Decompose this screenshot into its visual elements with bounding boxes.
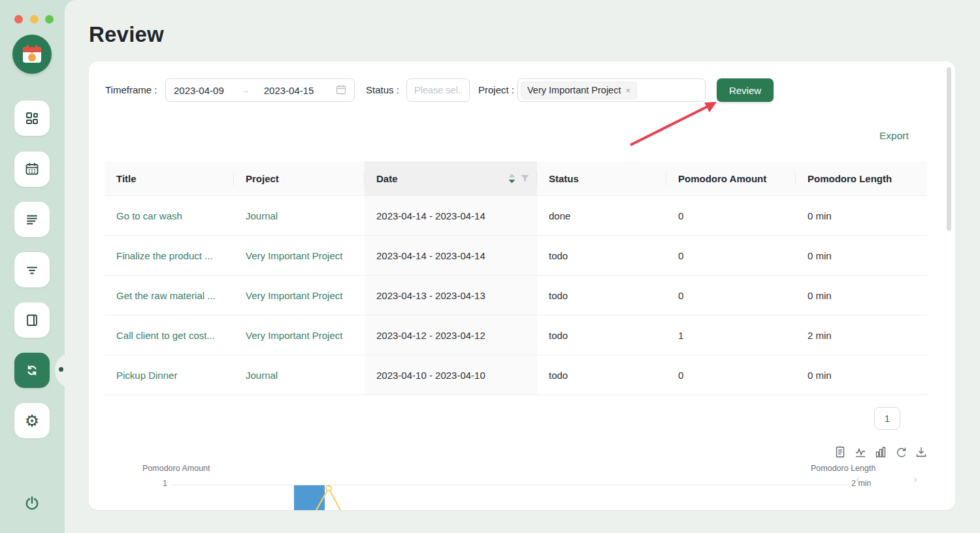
traffic-light-zoom[interactable] bbox=[45, 15, 54, 24]
active-item-dot bbox=[59, 367, 63, 372]
task-status: done bbox=[537, 196, 666, 235]
left-axis-title: Pomodoro Amount bbox=[142, 464, 210, 473]
timeframe-label: Timeframe : bbox=[105, 78, 157, 102]
table-row: Go to car wash Journal 2023-04-14 - 2023… bbox=[105, 196, 927, 236]
power-icon bbox=[24, 495, 41, 512]
task-length: 0 min bbox=[796, 355, 927, 395]
task-amount: 0 bbox=[666, 276, 796, 315]
dashboard-grid-icon bbox=[24, 110, 40, 126]
download-icon[interactable] bbox=[915, 446, 927, 459]
column-header-status: Status bbox=[537, 161, 666, 196]
task-title-link[interactable]: Get the raw material ... bbox=[105, 276, 234, 315]
project-tag: Very Important Project × bbox=[521, 82, 637, 99]
line-point-marker bbox=[326, 486, 331, 491]
chart-region: Pomodoro Amount 1 Pomodoro Length 2 min bbox=[89, 460, 955, 510]
sidebar: ⚙ bbox=[0, 0, 65, 533]
table-row: Call client to get cost... Very Importan… bbox=[105, 315, 927, 355]
task-date: 2023-04-10 - 2023-04-10 bbox=[365, 355, 537, 395]
table-row: Finalize the product ... Very Important … bbox=[105, 236, 927, 276]
task-status: todo bbox=[537, 355, 666, 395]
task-project-link[interactable]: Very Important Project bbox=[234, 236, 365, 275]
calendar-icon bbox=[336, 84, 346, 97]
right-axis-title: Pomodoro Length bbox=[811, 464, 875, 473]
column-header-length: Pomodoro Length bbox=[796, 161, 927, 196]
range-arrow-icon: → bbox=[241, 86, 250, 95]
task-date: 2023-04-12 - 2023-04-12 bbox=[365, 315, 537, 355]
traffic-light-close[interactable] bbox=[14, 15, 23, 24]
table-row: Pickup Dinner Journal 2023-04-10 - 2023-… bbox=[105, 355, 927, 395]
task-date: 2023-04-13 - 2023-04-13 bbox=[365, 276, 537, 315]
journal-book-icon bbox=[24, 312, 40, 328]
export-link[interactable]: Export bbox=[879, 130, 909, 142]
right-axis-tick: 2 min bbox=[851, 479, 872, 488]
task-project-link[interactable]: Journal bbox=[234, 196, 365, 235]
task-length: 0 min bbox=[796, 236, 927, 275]
app-logo bbox=[12, 35, 52, 74]
left-axis-tick: 1 bbox=[157, 479, 167, 488]
project-tag-label: Very Important Project bbox=[527, 85, 621, 95]
sidebar-item-calendar[interactable] bbox=[14, 152, 50, 187]
task-status: todo bbox=[537, 276, 666, 315]
task-amount: 0 bbox=[666, 196, 796, 235]
status-select[interactable] bbox=[406, 78, 470, 102]
task-amount: 0 bbox=[666, 355, 796, 395]
task-title-link[interactable]: Pickup Dinner bbox=[105, 355, 234, 395]
status-label: Status : bbox=[366, 78, 399, 102]
calendar-icon bbox=[24, 161, 40, 177]
traffic-light-minimize[interactable] bbox=[30, 15, 39, 24]
task-length: 0 min bbox=[796, 276, 927, 315]
column-header-title: Title bbox=[105, 161, 234, 196]
task-amount: 1 bbox=[666, 315, 796, 355]
tag-close-icon[interactable]: × bbox=[625, 86, 630, 95]
line-pomodoro-length bbox=[287, 478, 366, 510]
task-project-link[interactable]: Very Important Project bbox=[234, 315, 365, 355]
sidebar-item-review[interactable] bbox=[14, 353, 50, 388]
recycle-review-icon bbox=[24, 363, 40, 378]
task-project-link[interactable]: Very Important Project bbox=[234, 276, 365, 315]
sidebar-item-tasks[interactable] bbox=[14, 202, 50, 237]
page-title: Review bbox=[89, 22, 164, 47]
sidebar-item-settings[interactable]: ⚙ bbox=[14, 403, 50, 438]
column-header-project: Project bbox=[234, 161, 365, 196]
timeframe-range-picker[interactable]: 2023-04-09 → 2023-04-15 bbox=[165, 78, 355, 102]
vertical-scrollbar-thumb[interactable] bbox=[947, 67, 951, 231]
task-list-icon bbox=[24, 212, 40, 227]
review-card: Timeframe : 2023-04-09 → 2023-04-15 Stat… bbox=[89, 61, 955, 510]
restore-icon[interactable] bbox=[895, 446, 907, 459]
bar-chart-icon[interactable] bbox=[875, 446, 887, 459]
project-select[interactable]: Very Important Project × bbox=[517, 78, 706, 102]
task-project-link[interactable]: Journal bbox=[234, 355, 365, 395]
sidebar-item-dashboard[interactable] bbox=[14, 101, 50, 136]
task-amount: 0 bbox=[666, 236, 796, 275]
task-status: todo bbox=[537, 315, 666, 355]
filter-funnel-icon[interactable] bbox=[521, 174, 529, 183]
project-label: Project : bbox=[478, 78, 514, 102]
pagination-page-1[interactable]: 1 bbox=[874, 407, 900, 430]
task-date: 2023-04-14 - 2023-04-14 bbox=[365, 196, 537, 235]
task-length: 2 min bbox=[796, 315, 927, 355]
date-end-value[interactable]: 2023-04-15 bbox=[264, 85, 314, 96]
column-header-date[interactable]: Date bbox=[365, 161, 537, 196]
review-button[interactable]: Review bbox=[717, 78, 774, 102]
sidebar-item-timeline[interactable] bbox=[14, 252, 50, 287]
gear-icon: ⚙ bbox=[25, 413, 39, 429]
task-status: todo bbox=[537, 236, 666, 275]
line-chart-icon[interactable] bbox=[855, 446, 866, 459]
data-view-icon[interactable] bbox=[834, 446, 846, 459]
task-date: 2023-04-14 - 2023-04-14 bbox=[365, 236, 537, 275]
gridline bbox=[171, 485, 848, 485]
table-body: Go to car wash Journal 2023-04-14 - 2023… bbox=[105, 196, 927, 395]
table-header-row: Title Project Date Status Pomodoro Amoun… bbox=[105, 161, 927, 196]
tasks-table: Title Project Date Status Pomodoro Amoun… bbox=[105, 161, 927, 395]
date-start-value[interactable]: 2023-04-09 bbox=[174, 85, 224, 96]
table-row: Get the raw material ... Very Important … bbox=[105, 276, 927, 315]
task-title-link[interactable]: Call client to get cost... bbox=[105, 315, 234, 355]
task-title-link[interactable]: Go to car wash bbox=[105, 196, 234, 235]
tomato-calendar-icon bbox=[21, 44, 43, 65]
power-button[interactable] bbox=[24, 495, 41, 515]
sort-carets-icon[interactable] bbox=[508, 174, 515, 184]
task-title-link[interactable]: Finalize the product ... bbox=[105, 236, 234, 275]
sidebar-item-journal[interactable] bbox=[14, 302, 50, 338]
chart-toolbox bbox=[834, 446, 927, 459]
column-header-amount: Pomodoro Amount bbox=[666, 161, 796, 196]
